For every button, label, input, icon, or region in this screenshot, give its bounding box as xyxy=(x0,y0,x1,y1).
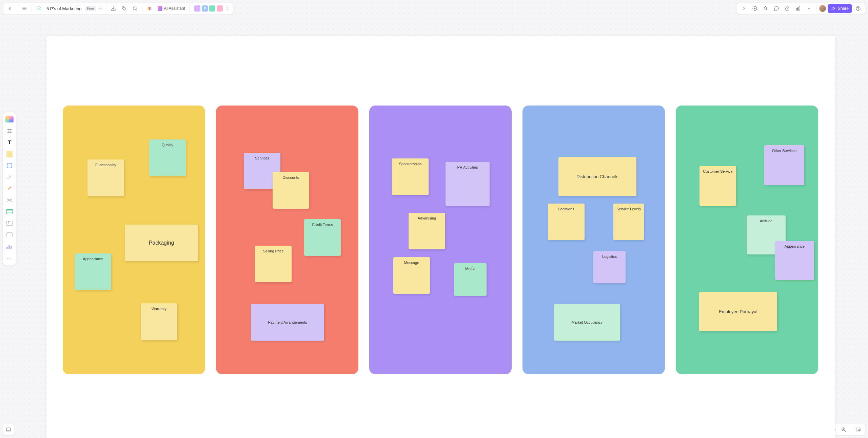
sticky-distribution-channels[interactable]: Distribution Channels xyxy=(558,157,636,196)
sticky-employee-portrayal[interactable]: Employee Portrayal xyxy=(699,292,777,331)
sticky-warranty[interactable]: Warranty xyxy=(141,303,177,340)
svg-line-6 xyxy=(136,9,137,11)
left-toolbar: T ··· xyxy=(3,112,16,265)
sticky-sponsorships[interactable]: Sponsorships xyxy=(392,158,429,195)
sticky-payment-arrangements[interactable]: Payment Arrangements xyxy=(251,304,324,341)
sticky-market-occupancy[interactable]: Market Occupancy xyxy=(554,304,620,341)
sticky-message[interactable]: Message xyxy=(393,257,430,294)
connector-tool[interactable] xyxy=(4,172,15,182)
sticky-quality[interactable]: Quality xyxy=(149,139,186,176)
ai-assistant-button[interactable]: AI Assistant xyxy=(156,4,187,13)
sticky-locations[interactable]: Locations xyxy=(548,204,585,240)
sticky-media[interactable]: Media xyxy=(454,263,487,296)
table-tool[interactable] xyxy=(4,207,15,217)
sticky-note-tool[interactable] xyxy=(4,149,15,159)
more-tools-button[interactable]: ··· xyxy=(4,253,15,263)
share-label: Share xyxy=(838,6,849,11)
reactions-button[interactable] xyxy=(761,4,770,13)
sticky-selling-price[interactable]: Selling Price xyxy=(255,246,292,282)
sticky-text: Credit Terms xyxy=(312,223,333,227)
sticky-logistics[interactable]: Logistics xyxy=(593,251,626,283)
sticky-text: Appearance xyxy=(785,244,805,248)
shape-tool[interactable] xyxy=(4,160,15,171)
expand-panel-button[interactable] xyxy=(739,4,749,13)
sticky-discounts[interactable]: Discounts xyxy=(273,172,309,209)
sticky-appearance[interactable]: Appearance xyxy=(75,253,111,290)
presence-cluster: P xyxy=(192,5,223,12)
user-avatar[interactable] xyxy=(819,5,826,12)
column-price[interactable]: Services Discounts Credit Terms Selling … xyxy=(216,106,358,374)
presence-avatar[interactable] xyxy=(209,5,215,12)
pen-tool[interactable] xyxy=(4,184,15,194)
separator xyxy=(851,426,851,433)
export-button[interactable] xyxy=(108,4,118,13)
present-button[interactable] xyxy=(750,4,760,13)
chart-tool[interactable] xyxy=(4,241,15,251)
minimap-button[interactable] xyxy=(853,425,863,434)
svg-rect-9 xyxy=(151,7,151,11)
presence-avatar[interactable] xyxy=(217,5,223,12)
collapse-toolbar-button[interactable] xyxy=(224,4,231,13)
plan-badge[interactable]: Free xyxy=(85,6,96,11)
sticky-appearance2[interactable]: Appearance xyxy=(775,241,814,280)
svg-point-18 xyxy=(832,7,833,8)
sticky-pr-activities[interactable]: PR Activities xyxy=(446,162,490,206)
sticky-functionality[interactable]: Functionality xyxy=(87,159,124,196)
back-button[interactable] xyxy=(5,4,15,13)
sticky-text: PR Activities xyxy=(457,165,478,169)
sticky-text: Sponsorships xyxy=(399,162,422,166)
ai-spark-icon xyxy=(158,6,162,11)
separator xyxy=(190,5,190,12)
sticky-text: Attitude xyxy=(760,219,772,223)
sticky-text: Quality xyxy=(162,143,173,147)
sticky-text: Functionality xyxy=(95,163,116,167)
sticky-other-services[interactable]: Other Services xyxy=(764,145,804,185)
help-button[interactable] xyxy=(853,4,863,13)
presence-avatar[interactable]: P xyxy=(202,5,208,12)
sticky-customer-service[interactable]: Customer Service xyxy=(699,166,736,206)
sticky-service-levels[interactable]: Service Levels xyxy=(613,204,644,240)
sticky-text: Message xyxy=(404,261,419,265)
card-tool[interactable] xyxy=(4,230,15,240)
voting-button[interactable] xyxy=(793,4,803,13)
comments-button[interactable] xyxy=(772,4,781,13)
sticky-text: Locations xyxy=(558,207,574,211)
sticky-text: Payment Arrangements xyxy=(268,320,307,324)
miro-logo-icon[interactable] xyxy=(145,4,154,13)
column-product[interactable]: Quality Functionality Packaging Appearan… xyxy=(63,106,205,374)
sticky-text: Service Levels xyxy=(616,207,641,211)
sticky-text: Customer Service xyxy=(703,169,732,173)
text-tool[interactable]: T xyxy=(4,137,15,148)
tag-button[interactable] xyxy=(119,4,129,13)
menu-button[interactable] xyxy=(20,4,29,13)
text-block-tool[interactable] xyxy=(4,218,15,228)
separator xyxy=(106,5,106,12)
svg-rect-17 xyxy=(799,7,800,11)
frame-tool[interactable] xyxy=(4,126,15,136)
svg-rect-36 xyxy=(858,429,860,431)
sticky-text: Logistics xyxy=(602,254,617,259)
sticky-text: Services xyxy=(255,156,269,160)
zoom-in-button[interactable] xyxy=(839,425,848,434)
column-people[interactable]: Other Services Customer Service Attitude… xyxy=(676,106,818,374)
document-title[interactable]: 5 P's of Marketing xyxy=(45,6,83,11)
more-apps-dropdown[interactable] xyxy=(804,4,814,13)
sticky-credit-terms[interactable]: Credit Terms xyxy=(304,219,341,256)
column-place[interactable]: Distribution Channels Locations Service … xyxy=(522,106,665,374)
color-picker-tool[interactable] xyxy=(4,114,15,125)
canvas-board[interactable]: Quality Functionality Packaging Appearan… xyxy=(46,36,835,438)
presence-avatar[interactable] xyxy=(194,5,200,12)
timer-button[interactable] xyxy=(783,4,792,13)
sticky-advertising[interactable]: Advertising xyxy=(409,213,445,249)
frames-panel-button[interactable] xyxy=(3,424,14,435)
sticky-packaging[interactable]: Packaging xyxy=(125,225,198,261)
separator xyxy=(17,5,17,12)
title-dropdown[interactable] xyxy=(97,4,103,13)
diagram-tool[interactable] xyxy=(4,195,15,205)
sticky-text: Market Occupancy xyxy=(572,320,603,324)
column-promotion[interactable]: Sponsorships PR Activities Advertising M… xyxy=(369,106,512,374)
sticky-text: Warranty xyxy=(152,307,166,311)
search-button[interactable] xyxy=(130,4,140,13)
share-button[interactable]: Share xyxy=(828,4,852,13)
sticky-text: Selling Price xyxy=(263,249,283,253)
